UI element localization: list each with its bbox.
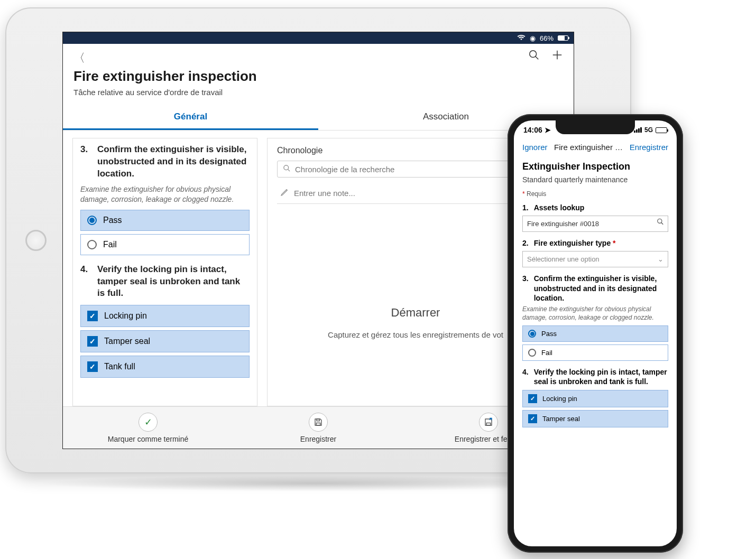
required-hint: * Requis xyxy=(522,190,668,198)
checkbox-icon: ✓ xyxy=(87,336,98,347)
svg-line-10 xyxy=(661,222,663,225)
option-label: Tamper seal xyxy=(542,415,580,423)
network-label: 5G xyxy=(644,126,653,134)
wifi-icon xyxy=(517,34,525,42)
option-pass[interactable]: Pass xyxy=(522,325,668,342)
signal-icon xyxy=(634,127,642,133)
app-header: 〈 Fire extinguisher inspection Tâche rel… xyxy=(63,44,574,100)
option-label: Tank full xyxy=(104,362,135,371)
phone-question-2: 2. Fire extinguisher type * Sélectionner… xyxy=(522,238,668,267)
question-description: Examine the extinguisher for obvious phy… xyxy=(80,184,250,204)
select-placeholder: Sélectionner une option xyxy=(527,255,600,263)
note-placeholder: Entrer une note... xyxy=(294,189,355,198)
svg-rect-7 xyxy=(317,419,319,421)
tablet-home-button[interactable] xyxy=(25,230,47,251)
question-text: Verify the locking pin is intact, tamper… xyxy=(97,264,250,300)
start-title: Démarrer xyxy=(391,306,440,320)
tab-general[interactable]: Général xyxy=(63,105,318,130)
battery-percent-label: 66% xyxy=(540,34,554,42)
save-button[interactable]: Enregistrer xyxy=(233,407,403,449)
save-close-icon xyxy=(479,413,498,432)
form-title: Extinguisher Inspection xyxy=(522,161,668,172)
search-icon[interactable] xyxy=(528,49,540,64)
mark-complete-button[interactable]: ✓ Marquer comme terminé xyxy=(63,407,233,449)
phone-device: 14:06 ➤ 5G Ignorer Fire extinguisher … E… xyxy=(508,114,683,553)
search-icon xyxy=(283,164,291,174)
radio-icon xyxy=(87,240,97,249)
phone-screen: 14:06 ➤ 5G Ignorer Fire extinguisher … E… xyxy=(514,120,677,546)
option-label: Locking pin xyxy=(104,311,147,321)
checkbox-icon: ✓ xyxy=(87,361,98,372)
page-subtitle: Tâche relative au service d'ordre de tra… xyxy=(73,88,563,97)
action-bar: ✓ Marquer comme terminé Enregistrer Enre… xyxy=(63,406,574,449)
question-text: Fire extinguisher type * xyxy=(534,238,616,248)
svg-point-9 xyxy=(658,219,662,223)
checkbox-icon: ✓ xyxy=(528,414,537,423)
tablet-screen: ◉ 66% 〈 Fire extinguisher inspection Tâc… xyxy=(62,32,574,449)
question-number: 1. xyxy=(522,203,529,212)
option-tank-full[interactable]: ✓ Tank full xyxy=(80,356,250,378)
phone-notch xyxy=(556,120,635,134)
page-title: Fire extinguisher inspection xyxy=(73,68,563,85)
question-number: 3. xyxy=(522,274,529,303)
start-desc: Capturez et gérez tous les enregistremen… xyxy=(328,330,503,339)
chevron-down-icon: ⌄ xyxy=(658,255,663,263)
question-number: 2. xyxy=(522,238,529,248)
search-icon[interactable] xyxy=(657,218,664,227)
asset-lookup-input[interactable] xyxy=(522,216,668,232)
location-arrow-icon: ➤ xyxy=(545,126,551,134)
required-label: Requis xyxy=(527,190,546,198)
phone-body: Extinguisher Inspection Standard quarter… xyxy=(514,155,677,546)
option-label: Tamper seal xyxy=(104,337,150,346)
action-label: Marquer comme terminé xyxy=(108,435,189,443)
ignore-button[interactable]: Ignorer xyxy=(522,143,548,152)
option-fail[interactable]: Fail xyxy=(80,234,250,255)
svg-point-4 xyxy=(284,165,289,170)
svg-point-0 xyxy=(530,51,537,58)
option-locking-pin[interactable]: ✓ Locking pin xyxy=(80,305,250,327)
option-label: Locking pin xyxy=(542,395,577,403)
clock-label: 14:06 xyxy=(523,126,542,134)
question-4: 4. Verify the locking pin is intact, tam… xyxy=(80,264,250,378)
option-tamper-seal[interactable]: ✓ Tamper seal xyxy=(80,330,250,352)
back-button[interactable]: 〈 xyxy=(73,51,85,64)
option-tamper-seal[interactable]: ✓ Tamper seal xyxy=(522,410,668,427)
checkbox-icon: ✓ xyxy=(87,311,98,321)
extinguisher-type-select[interactable]: Sélectionner une option ⌄ xyxy=(522,251,668,267)
question-text: Assets lookup xyxy=(534,203,585,212)
form-subtitle: Standard quarterly maintenance xyxy=(522,175,668,184)
option-pass[interactable]: Pass xyxy=(80,210,250,231)
radio-icon xyxy=(87,216,97,225)
phone-question-4: 4. Verify the locking pin is intact, tam… xyxy=(522,367,668,427)
pencil-icon xyxy=(280,188,289,198)
question-text: Confirm the extinguisher is visible, uno… xyxy=(534,274,668,303)
location-icon: ◉ xyxy=(530,34,536,42)
question-number: 4. xyxy=(522,367,529,386)
question-text: Confirm the extinguisher is visible, uno… xyxy=(97,144,250,180)
svg-line-5 xyxy=(288,169,290,171)
question-number: 4. xyxy=(80,264,90,300)
option-label: Pass xyxy=(103,216,122,225)
svg-rect-6 xyxy=(316,423,320,425)
questions-panel: 3. Confirm the extinguisher is visible, … xyxy=(72,138,257,406)
action-label: Enregistrer xyxy=(300,435,336,443)
phone-question-1: 1. Assets lookup xyxy=(522,203,668,232)
option-label: Fail xyxy=(541,349,552,357)
check-icon: ✓ xyxy=(139,413,158,432)
battery-icon xyxy=(558,35,568,41)
add-icon[interactable] xyxy=(551,49,563,64)
question-3: 3. Confirm the extinguisher is visible, … xyxy=(80,144,250,255)
option-fail[interactable]: Fail xyxy=(522,344,668,361)
svg-line-1 xyxy=(536,57,539,60)
radio-icon xyxy=(528,330,536,338)
radio-icon xyxy=(528,349,536,357)
battery-icon xyxy=(656,127,667,133)
topbar-title: Fire extinguisher … xyxy=(554,143,623,152)
save-button[interactable]: Enregistrer xyxy=(630,143,668,152)
checkbox-icon: ✓ xyxy=(528,394,537,403)
status-bar: ◉ 66% xyxy=(63,32,574,44)
question-text: Verify the locking pin is intact, tamper… xyxy=(534,367,668,386)
question-description: Examine the extinguisher for obvious phy… xyxy=(522,305,668,322)
search-placeholder: Chronologie de la recherche xyxy=(295,165,394,174)
option-locking-pin[interactable]: ✓ Locking pin xyxy=(522,390,668,407)
